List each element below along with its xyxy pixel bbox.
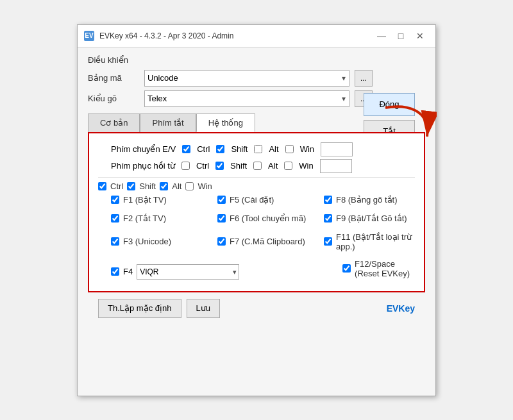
f11-checkbox[interactable] (324, 237, 332, 246)
modifier-row: Ctrl Shift Alt Win (98, 181, 415, 191)
mod-ctrl-label: Ctrl (110, 181, 123, 191)
f6-label: F6 (Tool chuyển mã) (230, 214, 306, 223)
mod-win-label: Win (198, 181, 212, 191)
phim-chuyen-row: Phím chuyển E/V Ctrl Shift Alt Win (111, 142, 415, 156)
phim-phuc-hoi-key-input[interactable] (320, 159, 352, 173)
evkey-link[interactable]: EVKey (387, 303, 415, 314)
f9-checkbox[interactable] (324, 214, 332, 223)
f8-label: F8 (Bảng gõ tắt) (336, 195, 397, 205)
phim-chuyen-alt-label: Alt (269, 144, 278, 154)
phim-phuc-hoi-alt[interactable] (253, 162, 262, 170)
f7-label: F7 (C.Mã Clipboard) (230, 237, 305, 246)
bang-ma-label: Bảng mã (88, 73, 139, 83)
f12-checkbox[interactable] (342, 264, 351, 273)
phim-phuc-hoi-label: Phím phục hồi từ (111, 161, 175, 171)
f3-label: F3 (Unicode) (123, 237, 171, 246)
dong-button[interactable]: Đóng (364, 93, 415, 116)
tab-co-ban[interactable]: Cơ bản (88, 113, 140, 132)
f7-row: F7 (C.Mã Clipboard) (217, 232, 308, 251)
f2-checkbox[interactable] (111, 214, 119, 223)
empty-cell (242, 259, 327, 282)
title-bar-left: EV EVKey x64 - 4.3.2 - Apr 3 2020 - Admi… (84, 31, 233, 41)
phim-phuc-hoi-ctrl[interactable] (181, 162, 190, 170)
f11-row: F11 (Bật/Tắt loại trừ app.) (324, 232, 415, 251)
f5-row: F5 (Cài đặt) (217, 195, 308, 205)
f8-row: F8 (Bảng gõ tắt) (324, 195, 415, 205)
mod-shift[interactable] (127, 182, 135, 190)
f3-checkbox[interactable] (111, 237, 119, 246)
tab-phim-tat[interactable]: Phím tắt (140, 113, 196, 132)
f7-checkbox[interactable] (217, 237, 226, 246)
f6-row: F6 (Tool chuyển mã) (217, 214, 308, 223)
f4-row: F4 VIQR Unicode TCVN3 VNI (111, 262, 239, 282)
f4-select[interactable]: VIQR Unicode TCVN3 VNI (137, 264, 239, 280)
phim-chuyen-ctrl[interactable] (182, 145, 190, 153)
content-area: Điều khiển Bảng mã Unicode TCVN3 VNI ... (78, 47, 435, 332)
f9-label: F9 (Bật/Tắt Gõ tắt) (336, 214, 407, 223)
phim-chuyen-shift[interactable] (216, 145, 224, 153)
phim-chuyen-ctrl-label: Ctrl (197, 144, 210, 154)
phim-chuyen-key-input[interactable] (321, 142, 353, 156)
separator-1 (98, 177, 415, 178)
mod-alt-label: Alt (172, 181, 181, 191)
phim-chuyen-label: Phím chuyển E/V (111, 144, 176, 154)
phim-phuc-hoi-shift-label: Shift (230, 161, 247, 171)
title-bar: EV EVKey x64 - 4.3.2 - Apr 3 2020 - Admi… (78, 25, 435, 47)
title-buttons: — □ ✕ (373, 29, 429, 43)
phim-phuc-hoi-alt-label: Alt (268, 161, 278, 171)
mod-shift-label: Shift (139, 181, 156, 191)
bang-ma-row: Bảng mã Unicode TCVN3 VNI ... (88, 70, 425, 87)
bang-ma-extra-button[interactable]: ... (355, 70, 373, 87)
f4-label: F4 (123, 267, 133, 276)
window-title: EVKey x64 - 4.3.2 - Apr 3 2020 - Admin (99, 31, 233, 40)
maximize-button[interactable]: □ (392, 29, 410, 43)
f1-label: F1 (Bật TV) (123, 195, 167, 205)
kieu-go-select[interactable]: Telex VNI VIQR (144, 90, 349, 107)
f2-label: F2 (Tắt TV) (123, 214, 166, 223)
phim-chuyen-alt[interactable] (254, 145, 262, 153)
f4-f12-row: F4 VIQR Unicode TCVN3 VNI F12/ (98, 259, 415, 282)
section-label: Điều khiển (88, 55, 425, 65)
f5-checkbox[interactable] (217, 196, 226, 204)
save-button[interactable]: Lưu (187, 299, 220, 318)
phim-phuc-hoi-ctrl-label: Ctrl (196, 161, 209, 171)
minimize-button[interactable]: — (373, 29, 391, 43)
tab-he-thong[interactable]: Hệ thống (196, 113, 255, 132)
phim-chuyen-win-label: Win (300, 144, 314, 154)
f4-combo-wrapper: VIQR Unicode TCVN3 VNI (137, 264, 239, 280)
app-icon: EV (84, 31, 94, 41)
phim-phuc-hoi-win-label: Win (299, 161, 313, 171)
phim-phuc-hoi-row: Phím phục hồi từ Ctrl Shift Alt Win (111, 159, 415, 173)
mod-ctrl[interactable] (98, 182, 106, 190)
footer-left: Th.Lập mặc định Lưu (98, 299, 220, 318)
f2-row: F2 (Tắt TV) (111, 214, 202, 223)
reset-button[interactable]: Th.Lập mặc định (98, 299, 181, 318)
f1-checkbox[interactable] (111, 196, 119, 204)
function-key-grid: F1 (Bật TV) F5 (Cài đặt) F8 (Bảng gõ tắt… (98, 195, 415, 255)
f9-row: F9 (Bật/Tắt Gõ tắt) (324, 214, 415, 223)
tab-panel: Phím chuyển E/V Ctrl Shift Alt Win Phím … (88, 132, 425, 292)
close-button[interactable]: ✕ (411, 29, 429, 43)
f8-checkbox[interactable] (324, 196, 332, 204)
f11-label: F11 (Bật/Tắt loại trừ app.) (336, 232, 415, 251)
f12-row: F12/Space (Reset EVKey) (342, 259, 415, 278)
mod-win[interactable] (185, 182, 194, 190)
kieu-go-label: Kiểu gõ (88, 94, 139, 103)
f1-row: F1 (Bật TV) (111, 195, 202, 205)
bang-ma-combo-wrapper: Unicode TCVN3 VNI (144, 70, 349, 87)
bang-ma-select[interactable]: Unicode TCVN3 VNI (144, 70, 349, 87)
f4-checkbox[interactable] (111, 267, 119, 276)
f5-label: F5 (Cài đặt) (230, 195, 274, 205)
phim-chuyen-win[interactable] (285, 145, 294, 153)
phim-chuyen-shift-label: Shift (231, 144, 248, 154)
controls-wrapper: Bảng mã Unicode TCVN3 VNI ... Kiểu gõ (88, 70, 425, 107)
mod-alt[interactable] (160, 182, 168, 190)
kieu-go-combo-wrapper: Telex VNI VIQR (144, 90, 349, 107)
main-window: EV EVKey x64 - 4.3.2 - Apr 3 2020 - Admi… (77, 24, 436, 396)
phim-phuc-hoi-win[interactable] (284, 162, 292, 170)
footer-bar: Th.Lập mặc định Lưu EVKey (88, 292, 425, 324)
f3-row: F3 (Unicode) (111, 232, 202, 251)
f12-label: F12/Space (Reset EVKey) (355, 259, 415, 278)
phim-phuc-hoi-shift[interactable] (215, 162, 224, 170)
f6-checkbox[interactable] (217, 214, 226, 223)
